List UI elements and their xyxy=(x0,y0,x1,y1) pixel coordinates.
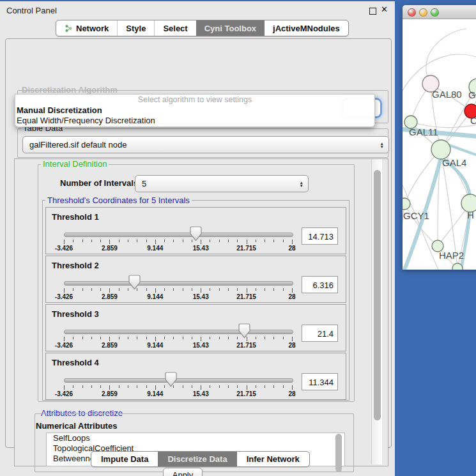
stepper-icon: ▲▼ xyxy=(380,142,388,148)
threshold-slider-track[interactable] xyxy=(64,330,293,334)
tick-label: 15.43 xyxy=(193,293,209,300)
control-panel: Control Panel ✕ NetworkStyleSelectCyni T… xyxy=(0,1,395,476)
tick-label: 21.715 xyxy=(236,390,256,397)
network-node[interactable] xyxy=(403,198,410,210)
threshold-slider-track[interactable] xyxy=(64,281,293,286)
attributes-list-scrollbar[interactable] xyxy=(335,434,342,472)
network-window-titlebar[interactable] xyxy=(403,5,476,19)
close-icon[interactable]: ✕ xyxy=(381,4,388,14)
numerical-attributes-label: Numerical Attributes xyxy=(36,421,117,431)
network-canvas[interactable]: GAL80GACGAL11GAL4GCY1HHAP2 xyxy=(403,19,476,270)
minimize-traffic-light[interactable] xyxy=(419,8,427,17)
threshold-value-field[interactable]: 11.344 xyxy=(302,373,338,390)
apply-button[interactable]: Apply xyxy=(163,468,203,476)
stepper-icon: ▲▼ xyxy=(300,181,308,187)
vertical-scrollbar[interactable] xyxy=(371,159,382,464)
bottom-tab-bar: Impute DataDiscretize DataInfer Network xyxy=(91,451,310,467)
num-intervals-combobox[interactable]: 5 ▲▼ xyxy=(135,175,309,192)
threshold-ticks xyxy=(64,288,292,293)
thresholds-group-title: Threshold's Coordinates for 5 Intervals xyxy=(45,196,192,205)
threshold-label: Threshold 2 xyxy=(52,261,99,270)
tab-label: Network xyxy=(76,24,109,33)
threshold-ticks xyxy=(64,385,292,390)
desktop-background: GAL80GACGAL11GAL4GCY1HHAP2 Table Panel ⚙… xyxy=(395,0,476,476)
list-item[interactable]: SelfLoops xyxy=(47,433,344,443)
tab-label: Style xyxy=(126,24,146,33)
float-panel-icon[interactable] xyxy=(369,8,376,15)
tab-label: Select xyxy=(163,24,187,33)
tick-label: -3.426 xyxy=(55,390,73,397)
tick-label: 21.715 xyxy=(236,293,256,300)
tick-label: 15.43 xyxy=(193,342,209,349)
cyni-toolbox-panel: Discretization Algorithm Select algorith… xyxy=(5,38,392,448)
threshold-value-field[interactable]: 6.316 xyxy=(302,276,338,293)
tick-label: 21.715 xyxy=(236,342,256,349)
tab-impute-data[interactable]: Impute Data xyxy=(91,452,158,466)
node-label: GCY1 xyxy=(403,210,429,221)
interval-definition-title: Interval Definition xyxy=(41,159,109,169)
network-node[interactable] xyxy=(431,140,450,159)
threshold-panel: Threshold 2 -3.4262.8599.14415.4321.7152… xyxy=(45,256,346,303)
node-label: H xyxy=(467,210,474,220)
threshold-tick-labels: -3.4262.8599.14415.4321.71528 xyxy=(64,293,292,300)
threshold-panel: Threshold 1 -3.4262.8599.14415.4321.7152… xyxy=(45,207,346,254)
tab-style[interactable]: Style xyxy=(117,20,154,36)
tick-label: 9.144 xyxy=(147,390,163,397)
node-label: HAP2 xyxy=(439,250,464,261)
network-view-window[interactable]: GAL80GACGAL11GAL4GCY1HHAP2 xyxy=(403,5,476,270)
tick-label: 9.144 xyxy=(147,245,163,252)
tick-label: 9.144 xyxy=(147,293,163,300)
tab-label: Infer Network xyxy=(247,454,300,464)
threshold-label: Threshold 1 xyxy=(52,212,99,222)
algorithm-option[interactable]: Manual Discretization xyxy=(15,105,374,116)
tab-label: Impute Data xyxy=(101,454,148,464)
tick-label: 2.859 xyxy=(102,293,118,300)
threshold-value-field[interactable]: 14.713 xyxy=(302,227,338,245)
tick-label: 2.859 xyxy=(102,342,118,349)
tick-label: 15.43 xyxy=(193,245,209,252)
network-icon xyxy=(65,24,73,33)
node-label: GA xyxy=(468,89,476,100)
algorithm-placeholder-option[interactable]: Select algorithm to view settings xyxy=(15,95,374,105)
threshold-tick-labels: -3.4262.8599.14415.4321.71528 xyxy=(64,390,292,397)
threshold-label: Threshold 4 xyxy=(52,358,99,367)
tab-infer-network[interactable]: Infer Network xyxy=(237,452,309,466)
table-data-combobox[interactable]: galFiltered.sif default node ▲▼ xyxy=(22,136,389,153)
network-node[interactable] xyxy=(452,263,463,270)
scrollbar-thumb[interactable] xyxy=(374,170,381,420)
tick-label: 2.859 xyxy=(102,245,118,252)
threshold-panel: Threshold 3 -3.4262.8599.14415.4321.7152… xyxy=(45,304,346,351)
num-intervals-label: Number of Intervals xyxy=(60,178,138,188)
tick-label: 28 xyxy=(288,390,295,397)
threshold-label: Threshold 3 xyxy=(52,309,99,319)
threshold-slider-track[interactable] xyxy=(64,233,293,237)
tab-jactivemnodules[interactable]: jActiveMNodules xyxy=(265,20,348,36)
top-tab-bar: NetworkStyleSelectCyni ToolboxjActiveMNo… xyxy=(56,20,349,36)
num-intervals-value: 5 xyxy=(142,179,146,188)
zoom-traffic-light[interactable] xyxy=(431,8,439,17)
tick-label: 15.43 xyxy=(193,390,209,397)
algorithm-option[interactable]: Equal Width/Frequency Discretization xyxy=(15,116,374,126)
tab-cyni-toolbox[interactable]: Cyni Toolbox xyxy=(196,20,265,36)
tab-discretize-data[interactable]: Discretize Data xyxy=(158,452,236,466)
tick-label: 2.859 xyxy=(102,390,118,397)
network-graph: GAL80GACGAL11GAL4GCY1HHAP2 xyxy=(403,19,476,270)
table-data-value: galFiltered.sif default node xyxy=(29,140,127,150)
tick-label: 21.715 xyxy=(236,245,256,252)
threshold-tick-labels: -3.4262.8599.14415.4321.71528 xyxy=(64,245,292,252)
threshold-ticks xyxy=(64,240,292,245)
tab-select[interactable]: Select xyxy=(154,20,196,36)
tick-label: 28 xyxy=(288,293,295,300)
tick-label: -3.426 xyxy=(55,342,73,349)
threshold-value-field[interactable]: 21.4 xyxy=(302,325,338,342)
threshold-slider-track[interactable] xyxy=(64,378,293,383)
algorithm-dropdown-popup: Select algorithm to view settings Manual… xyxy=(15,94,375,127)
tick-label: 9.144 xyxy=(147,342,163,349)
close-traffic-light[interactable] xyxy=(408,8,416,17)
tick-label: -3.426 xyxy=(55,245,73,252)
tab-network[interactable]: Network xyxy=(56,20,117,36)
panel-title: Control Panel xyxy=(6,6,57,15)
node-label: GAL4 xyxy=(442,157,466,168)
tick-label: 28 xyxy=(288,245,295,252)
threshold-panel: Threshold 4 -3.4262.8599.14415.4321.7152… xyxy=(45,353,346,400)
